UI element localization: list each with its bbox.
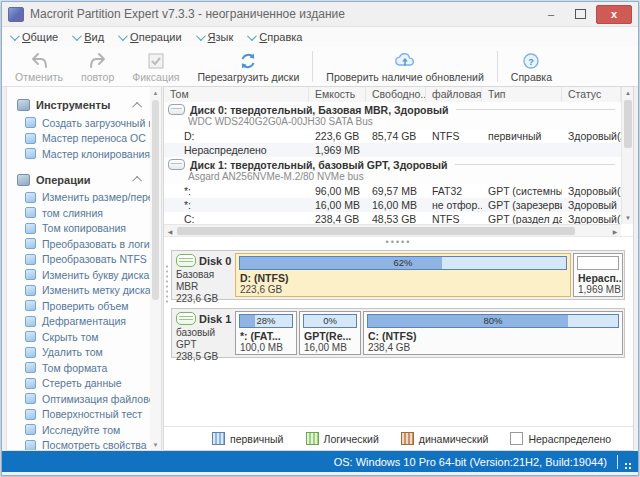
sidebar: Инструменты Создать загрузочный но... Ма… [6,86,162,451]
sidebar-item-change-label[interactable]: Изменить метку диска [17,283,150,299]
table-vertical-scrollbar[interactable] [621,87,633,224]
column-header-capacity[interactable]: Емкость [309,87,366,102]
undo-icon [29,52,49,70]
disk-icon [168,104,185,115]
reload-disks-button[interactable]: Перезагрузить диски [188,47,308,86]
partition-d[interactable]: 62% D: (NTFS) 223,6 GB [235,253,571,297]
table-horizontal-scrollbar[interactable] [164,224,621,236]
splitter-handle[interactable] [165,264,169,304]
redo-icon [88,52,108,70]
sidebar-item-copy-volume[interactable]: Том копирования [17,221,150,237]
window-title: Macrorit Partition Expert v7.3.3 - неогр… [30,7,535,21]
disk-group-header: Диск 0: твердотельный, Базовая MBR, Здор… [164,102,621,129]
partition-msr[interactable]: 0% GPT(Re... 16,00 MB [299,311,361,355]
minimize-button[interactable]: – [538,6,564,23]
sidebar-scrollbar[interactable] [150,87,161,450]
sidebar-item-surface-test[interactable]: Поверхностный тест [17,407,150,423]
commit-button[interactable]: Фиксация [123,47,188,86]
usage-bar: 28% [239,314,293,328]
sidebar-item-wipe-data[interactable]: Стереть данные [17,376,150,392]
sidebar-item-delete-volume[interactable]: Удалить том [17,345,150,361]
table-row[interactable]: *: 16,00 MB 16,00 MB не отфор... GPT (за… [164,198,621,212]
disk1-info[interactable]: Disk 1 базовый GPT 238,5 GB [172,309,234,357]
sidebar-section-tools[interactable]: Инструменты [17,95,150,115]
sidebar-list: Инструменты Создать загрузочный но... Ма… [7,87,150,451]
help-button[interactable]: ? Справка [502,47,561,86]
close-button[interactable]: x [596,5,632,24]
app-window: Macrorit Partition Expert v7.3.3 - неогр… [1,1,639,476]
sidebar-item-merge[interactable]: том слияния [17,205,150,221]
disk0-info[interactable]: Disk 0 Базовая MBR 223,6 GB [172,251,234,299]
menu-language[interactable]: Язык [196,31,234,43]
sidebar-item-hide-volume[interactable]: Скрыть том [17,329,150,345]
resize-grip-icon[interactable] [624,462,632,470]
legend-unallocated: Нераспределено [510,432,611,445]
disk1-scheme: базовый GPT [176,327,232,351]
menu-general[interactable]: Общие [10,31,58,43]
menu-help[interactable]: Справка [247,31,302,43]
disk1-box: Disk 1 базовый GPT 238,5 GB 28% *: (FAT.… [171,308,625,358]
sidebar-item-view-properties[interactable]: Посмотреть свойства [17,438,150,452]
scrollbar-thumb[interactable] [152,100,159,300]
sidebar-item-convert-logical[interactable]: Преобразовать в логич... [17,236,150,252]
scrollbar-thumb[interactable] [624,100,632,148]
disk0-size: 223,6 GB [176,293,232,305]
undo-button[interactable]: Отменить [6,47,72,86]
table-row[interactable]: Нераспределено 1,969 MB [164,143,621,157]
content-area: Инструменты Создать загрузочный но... Ма… [6,86,634,451]
column-header-status[interactable]: Статус [562,87,621,102]
wipe-icon [25,378,36,389]
table-header: Том Емкость Свободно... файловая ... Тип… [164,87,621,103]
menu-view[interactable]: Вид [72,31,104,43]
disk0-box: Disk 0 Базовая MBR 223,6 GB 62% D: (NTFS… [171,250,625,300]
legend: первичный Логический динамический Нерасп… [164,426,633,450]
toolbar-separator [312,51,313,82]
scroll-up-icon[interactable] [622,87,634,99]
sidebar-item-format-volume[interactable]: Том формата [17,360,150,376]
table-row[interactable]: D: 223,6 GB 85,74 GB NTFS первичный Здор… [164,129,621,143]
copy-icon [25,223,36,234]
sidebar-item-resize[interactable]: Изменить размер/пере... [17,190,150,206]
tools-icon [17,99,30,111]
usage-bar: 0% [303,314,357,328]
collapse-icon [132,176,142,186]
check-updates-icon [394,52,416,70]
scroll-up-icon[interactable] [150,87,161,98]
partition-unallocated[interactable]: Нерасп... 1,969 MB [573,253,623,297]
partition-c[interactable]: 80% C: (NTFS) 238,4 GB [363,311,623,355]
sidebar-item-create-bootable[interactable]: Создать загрузочный но... [17,115,150,131]
column-header-volume[interactable]: Том [164,87,309,102]
maximize-button[interactable] [567,6,593,23]
partition-efi[interactable]: 28% *: (FAT... 100,0 MB [235,311,297,355]
hide-icon [25,331,36,342]
column-header-free[interactable]: Свободно... [366,87,426,102]
table-body: Диск 0: твердотельный, Базовая MBR, Здор… [164,102,621,224]
sidebar-item-convert-ntfs[interactable]: Преобразовать NTFS в F... [17,252,150,268]
sidebar-item-disk-clone[interactable]: Мастер клонирования д... [17,146,150,162]
sidebar-item-explore-volume[interactable]: Исследуйте том [17,422,150,438]
optimize-icon [25,393,36,404]
disk0-scheme: Базовая MBR [176,269,232,293]
sidebar-item-os-migration[interactable]: Мастер переноса ОС [17,131,150,147]
scroll-down-icon[interactable] [150,439,161,450]
sidebar-item-check-volume[interactable]: Проверить объем [17,298,150,314]
chevron-down-icon [10,31,20,41]
dynamic-swatch-icon [401,432,414,445]
scrollbar-thumb[interactable] [177,227,575,235]
sidebar-item-change-letter[interactable]: Изменить букву диска [17,267,150,283]
check-updates-button[interactable]: Проверить наличие обновлений [317,47,492,86]
sidebar-item-defrag[interactable]: Дефрагментация [17,314,150,330]
usage-bar [577,256,619,270]
sidebar-item-fs-optimization[interactable]: Оптимизация файловой... [17,391,150,407]
delete-icon [25,347,36,358]
sidebar-section-operations[interactable]: Операции [17,170,150,190]
status-bar: OS: Windows 10 Pro 64-bit (Version:21H2,… [2,451,638,472]
column-header-filesystem[interactable]: файловая ... [426,87,482,102]
convert-icon [25,238,36,249]
menu-operations[interactable]: Операции [118,31,181,43]
table-row[interactable]: C: 238,4 GB 48,53 GB NTFS GPT (раздел да… [164,212,621,224]
column-header-type[interactable]: Тип [482,87,562,102]
scroll-down-icon[interactable] [622,212,634,224]
redo-button[interactable]: повтор [72,47,123,86]
table-row[interactable]: *: 96,00 MB 69,57 MB FAT32 GPT (системны… [164,184,621,198]
